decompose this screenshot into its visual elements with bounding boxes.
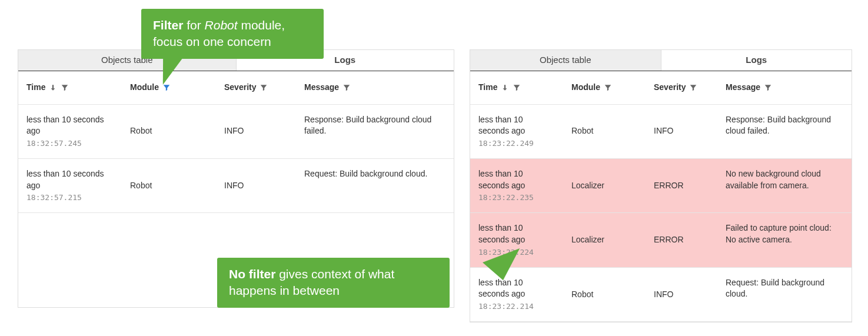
cell-message: Response: Build background cloud failed. [296,105,454,158]
log-row[interactable]: less than 10 seconds ago18:32:57.245Robo… [18,105,454,159]
cell-module: Robot [563,268,646,321]
callout-filter-italic: Robot [205,18,238,32]
column-headers: Time Module Severity Message [18,71,454,105]
cell-message: Failed to capture point cloud: No active… [717,213,852,267]
cell-time: less than 10 seconds ago18:23:22.249 [470,105,563,158]
cell-severity: INFO [216,105,296,158]
cell-module: Robot [563,105,646,158]
filter-icon[interactable] [689,84,697,92]
tab-bar: Objects table Logs [470,50,852,71]
col-message[interactable]: Message [296,71,454,104]
cell-module: Robot [122,105,216,158]
time-relative: less than 10 seconds ago [478,168,555,191]
cell-severity: ERROR [646,159,717,212]
time-absolute: 18:32:57.245 [26,138,114,149]
tab-logs[interactable]: Logs [661,50,852,71]
filter-icon[interactable] [342,84,351,92]
filter-icon[interactable] [604,84,612,92]
cell-severity: INFO [216,159,296,212]
time-absolute: 18:23:22.214 [478,301,555,312]
log-panel-unfiltered: Objects table Logs Time Module Severity … [470,49,852,322]
log-row[interactable]: less than 10 seconds ago18:23:22.214Robo… [470,268,852,322]
cell-severity: ERROR [646,213,717,267]
col-module[interactable]: Module [563,71,646,104]
cell-severity: INFO [646,105,717,158]
log-row[interactable]: less than 10 seconds ago18:23:22.249Robo… [470,105,852,159]
filter-icon[interactable] [61,84,69,92]
column-headers: Time Module Severity Message [470,71,852,105]
callout-nofilter: No filter gives context of what happens … [217,258,450,308]
callout-nofilter-bold: No filter [229,267,275,281]
col-time[interactable]: Time [18,71,122,104]
col-severity[interactable]: Severity [646,71,717,104]
cell-severity: INFO [646,268,717,321]
sort-desc-icon[interactable] [49,84,57,92]
cell-module: Localizer [563,159,646,212]
time-relative: less than 10 seconds ago [478,114,555,137]
callout-filter: Filter for Robot module, focus on one co… [141,9,324,59]
cell-time: less than 10 seconds ago18:23:22.235 [470,159,563,212]
filter-icon[interactable] [513,84,521,92]
filter-icon[interactable] [764,84,772,92]
col-message[interactable]: Message [717,71,852,104]
cell-module: Localizer [563,213,646,267]
callout-filter-bold: Filter [153,18,183,32]
log-row[interactable]: less than 10 seconds ago18:23:22.235Loca… [470,159,852,213]
sort-desc-icon[interactable] [501,84,509,92]
time-relative: less than 10 seconds ago [478,222,555,245]
cell-message: Request: Build background cloud. [717,268,852,321]
cell-message: Response: Build background cloud failed. [717,105,852,158]
cell-time: less than 10 seconds ago18:32:57.245 [18,105,122,158]
time-absolute: 18:32:57.215 [26,192,114,203]
time-relative: less than 10 seconds ago [478,277,555,300]
col-time[interactable]: Time [470,71,563,104]
cell-message: Request: Build background cloud. [296,159,454,212]
log-row[interactable]: less than 10 seconds ago18:23:22.224Loca… [470,213,852,267]
col-severity[interactable]: Severity [216,71,296,104]
log-row[interactable]: less than 10 seconds ago18:32:57.215Robo… [18,159,454,213]
time-absolute: 18:23:22.235 [478,192,555,203]
time-absolute: 18:23:22.249 [478,138,555,149]
cell-message: No new background cloud available from c… [717,159,852,212]
cell-time: less than 10 seconds ago18:32:57.215 [18,159,122,212]
time-relative: less than 10 seconds ago [26,114,114,137]
filter-icon[interactable] [260,84,268,92]
cell-time: less than 10 seconds ago18:23:22.214 [470,268,563,321]
cell-module: Robot [122,159,216,212]
tab-objects-table[interactable]: Objects table [470,50,661,71]
time-relative: less than 10 seconds ago [26,168,114,191]
